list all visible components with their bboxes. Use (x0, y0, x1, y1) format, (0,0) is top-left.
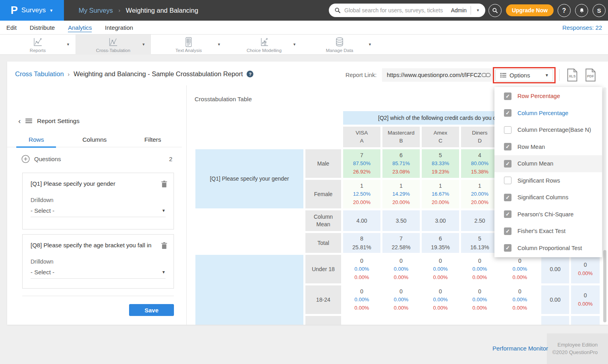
drilldown-select[interactable]: - Select - ▼ (31, 207, 166, 217)
settings-tab-filters[interactable]: Filters (124, 135, 182, 147)
checkbox[interactable] (504, 126, 511, 134)
data-cell: 00.00%0.00% (382, 255, 420, 283)
report-link-field[interactable]: https://www.questionpro.com/t/lFFCZg (382, 68, 495, 82)
add-circle-icon[interactable] (21, 155, 30, 163)
question-title: [Q8] Please specify the age bracket you … (31, 242, 161, 248)
questions-row: Questions 2 (21, 155, 172, 163)
checkbox[interactable]: ✓ (504, 210, 511, 218)
export-pdf-button[interactable]: PDF (585, 68, 596, 82)
chevron-down-icon[interactable]: ▼ (142, 42, 145, 46)
breadcrumb-my-surveys[interactable]: My Surveys (79, 7, 113, 14)
options-menu-item-column-percentage[interactable]: ✓ Column Percentage (494, 105, 602, 122)
upgrade-now-button[interactable]: Upgrade Now (506, 4, 554, 16)
user-avatar[interactable]: S (593, 4, 606, 17)
delete-question-button[interactable] (161, 181, 167, 189)
drilldown-select[interactable]: - Select - ▼ (31, 269, 166, 279)
hamburger-icon (25, 118, 32, 123)
report-url[interactable]: https://www.questionpro.com/t/lFFCZg (387, 72, 481, 78)
question-card-q8: [Q8] Please specify the age bracket you … (22, 234, 174, 289)
report-link-label: Report Link: (345, 72, 376, 78)
export-xls-button[interactable]: XLS (566, 68, 578, 82)
chevron-down-icon[interactable]: ▼ (66, 42, 70, 46)
options-menu-item-pearson-s-chi-square[interactable]: ✓ Pearson's Chi-Square (494, 206, 602, 223)
search-icon (492, 8, 498, 13)
divider (559, 69, 560, 81)
checkbox[interactable]: ✓ (504, 143, 511, 150)
checkbox[interactable]: ✓ (504, 92, 511, 100)
chevron-down-icon[interactable]: ▼ (217, 42, 221, 46)
chevron-down-icon: ▼ (162, 270, 166, 274)
data-cell: 00.00%0.00% (343, 285, 380, 314)
options-menu-item-column-proportional-test[interactable]: ✓ Column Proportional Test (494, 240, 602, 257)
report-settings-toggle[interactable]: ‹ Report Settings (18, 117, 79, 125)
toolbar-item-reports[interactable]: Reports ▼ (0, 35, 75, 55)
checkbox[interactable]: ✓ (504, 160, 511, 168)
toolbar-item-manage-data[interactable]: Manage Data ▼ (302, 35, 377, 55)
options-menu-item-fisher-s-exact-test[interactable]: ✓ Fisher's Exact Test (494, 223, 602, 240)
options-menu-item-significant-rows[interactable]: Significant Rows (494, 172, 602, 189)
toolbar-item-cross-tabulation[interactable]: Cross-Tabulation ▼ (75, 35, 151, 55)
chevron-down-icon[interactable]: ▼ (368, 42, 372, 46)
notifications-button[interactable] (575, 4, 588, 17)
check-icon: ✓ (506, 161, 510, 166)
checkbox[interactable]: ✓ (504, 194, 511, 201)
column-header-diners: DinersD (461, 127, 498, 147)
settings-tab-columns[interactable]: Columns (66, 135, 124, 147)
checkbox[interactable]: ✓ (504, 244, 511, 252)
crosstab-q8-label (195, 255, 303, 325)
report-header: Cross Tabulation › Weighting and Balanci… (7, 62, 608, 85)
drilldown-label: Drilldown (23, 250, 174, 265)
checkbox[interactable]: ✓ (504, 227, 511, 235)
data-cell: 516.13% (461, 233, 498, 253)
check-icon: ✓ (506, 94, 510, 99)
options-button[interactable]: Options ▼ (495, 69, 553, 81)
cross-tabulation-link[interactable]: Cross Tabulation (15, 70, 64, 78)
help-icon[interactable]: ? (247, 71, 253, 77)
row-total-cell: 00.00% (571, 255, 600, 283)
chevron-down-icon: ▼ (162, 208, 166, 213)
search-scope-selector[interactable]: Admin (451, 7, 467, 13)
database-icon (334, 37, 345, 47)
checkbox[interactable] (504, 177, 511, 184)
search-button[interactable] (488, 4, 502, 17)
data-cell: 722.58% (382, 233, 420, 253)
nav-tab-edit[interactable]: Edit (6, 23, 17, 32)
trash-icon (161, 242, 167, 249)
table-scrollbar-thumb[interactable] (603, 250, 606, 322)
responses-count[interactable]: Responses: 22 (562, 24, 602, 31)
data-cell: 4.00 (343, 210, 380, 231)
nav-tab-integration[interactable]: Integration (105, 23, 133, 32)
data-cell: 00.00%0.00% (500, 285, 539, 314)
performance-monitor-link[interactable]: Performance Monitor (492, 345, 548, 352)
nav-tab-analytics[interactable]: Analytics (68, 23, 92, 32)
toolbar-item-text-analysis[interactable]: Text Analysis ▼ (151, 35, 226, 55)
screen: P Surveys ▼ My Surveys › Weighting and B… (0, 0, 608, 364)
search-input[interactable] (344, 7, 451, 13)
row-header-male: Male (305, 149, 341, 178)
report-title: Weighting and Balancing - Sample Crossta… (73, 70, 243, 78)
help-button[interactable]: ? (558, 4, 571, 17)
toolbar-item-choice-modelling[interactable]: Choice Modelling ▼ (226, 35, 302, 55)
save-button[interactable]: Save (129, 304, 174, 316)
options-menu-item-row-percentage[interactable]: ✓ Row Percentage (494, 88, 602, 105)
survey-nav: EditDistributeAnalyticsIntegration Respo… (0, 21, 608, 35)
divider (22, 296, 174, 296)
chevron-down-icon[interactable]: ▼ (293, 42, 296, 46)
options-menu-item-column-mean[interactable]: ✓ Column Mean (494, 155, 602, 172)
options-menu-item-row-mean[interactable]: ✓ Row Mean (494, 139, 602, 156)
options-dropdown-menu: ✓ Row Percentage ✓ Column Percentage Col… (494, 87, 602, 257)
line-chart-icon (33, 37, 43, 47)
options-menu-item-significant-columns[interactable]: ✓ Significant Columns (494, 189, 602, 206)
search-scope-caret-icon[interactable]: ▼ (475, 7, 481, 14)
data-cell: 685.71%23.08% (382, 149, 420, 178)
global-search: Admin ▼ (329, 4, 485, 17)
product-switcher[interactable]: P Surveys ▼ (0, 0, 64, 21)
data-cell: 116.67%20.00% (422, 180, 459, 208)
settings-tab-rows[interactable]: Rows (7, 135, 66, 147)
options-menu-item-column-percentage-base-n-[interactable]: Column Percentage(Base N) (494, 121, 602, 139)
link-icon[interactable] (481, 72, 491, 78)
nav-tab-distribute[interactable]: Distribute (30, 23, 55, 32)
delete-question-button[interactable] (161, 242, 167, 250)
checkbox[interactable]: ✓ (504, 109, 511, 117)
breadcrumb-separator: › (68, 71, 70, 77)
